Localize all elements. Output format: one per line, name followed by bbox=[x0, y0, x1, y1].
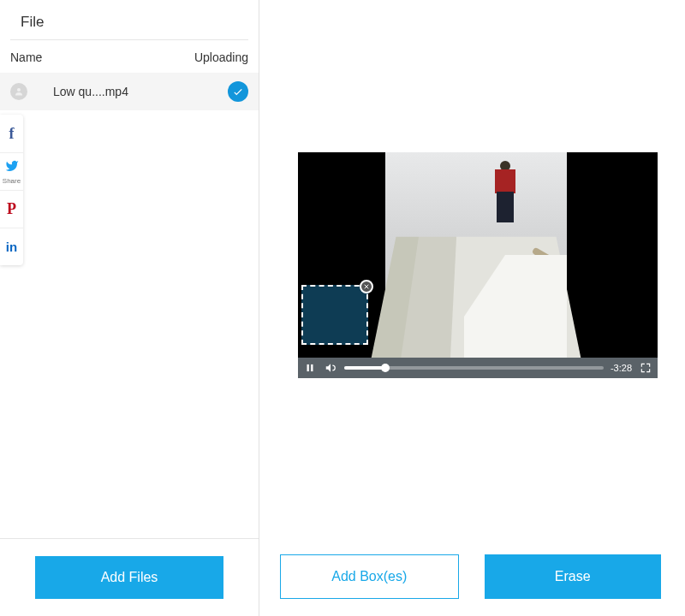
main-actions: Add Box(es) Erase bbox=[259, 537, 685, 616]
svg-point-0 bbox=[17, 88, 21, 92]
video-frame bbox=[298, 152, 658, 358]
add-files-button[interactable]: Add Files bbox=[35, 556, 223, 599]
erase-button[interactable]: Erase bbox=[485, 554, 662, 599]
progress-bar[interactable] bbox=[344, 366, 604, 370]
pause-button[interactable] bbox=[303, 361, 317, 375]
share-twitter-button[interactable]: Share bbox=[0, 152, 23, 190]
pinterest-icon: P bbox=[7, 200, 16, 218]
file-avatar-icon bbox=[10, 83, 27, 100]
file-row[interactable]: Low qu....mp4 bbox=[0, 73, 259, 110]
main-panel: -3:28 Add Box(es) Erase bbox=[259, 0, 685, 616]
social-share-sidebar: f Share P in bbox=[0, 115, 23, 265]
share-label: Share bbox=[3, 177, 21, 185]
file-list: Low qu....mp4 bbox=[0, 73, 259, 539]
share-linkedin-button[interactable]: in bbox=[0, 228, 23, 265]
time-remaining: -3:28 bbox=[611, 363, 632, 373]
svg-rect-2 bbox=[311, 364, 313, 371]
sidebar-title: File bbox=[10, 0, 248, 40]
selection-close-button[interactable] bbox=[360, 280, 373, 293]
video-player[interactable]: -3:28 bbox=[298, 152, 658, 378]
file-list-header: Name Uploading bbox=[0, 40, 259, 73]
progress-fill bbox=[344, 366, 385, 370]
video-controls: -3:28 bbox=[298, 358, 658, 378]
video-content bbox=[385, 152, 567, 358]
share-pinterest-button[interactable]: P bbox=[0, 190, 23, 228]
add-boxes-button[interactable]: Add Box(es) bbox=[280, 554, 459, 599]
twitter-icon bbox=[5, 159, 19, 176]
volume-button[interactable] bbox=[324, 361, 337, 375]
sidebar-panel: File Name Uploading Low qu....mp4 Add Fi… bbox=[0, 0, 259, 616]
col-uploading: Uploading bbox=[194, 50, 248, 64]
app-root: f Share P in File Name Uploading Low qu bbox=[0, 0, 685, 616]
linkedin-icon: in bbox=[6, 240, 17, 254]
video-stage: -3:28 bbox=[259, 0, 685, 537]
file-name: Low qu....mp4 bbox=[53, 85, 228, 98]
watermark-selection-box[interactable] bbox=[301, 285, 368, 345]
facebook-icon: f bbox=[9, 125, 15, 143]
col-name: Name bbox=[10, 50, 42, 64]
progress-thumb[interactable] bbox=[381, 364, 390, 372]
share-facebook-button[interactable]: f bbox=[0, 115, 23, 152]
sidebar-actions: Add Files bbox=[0, 539, 259, 616]
upload-complete-icon bbox=[228, 81, 248, 102]
svg-rect-1 bbox=[307, 364, 309, 371]
fullscreen-button[interactable] bbox=[639, 361, 652, 375]
